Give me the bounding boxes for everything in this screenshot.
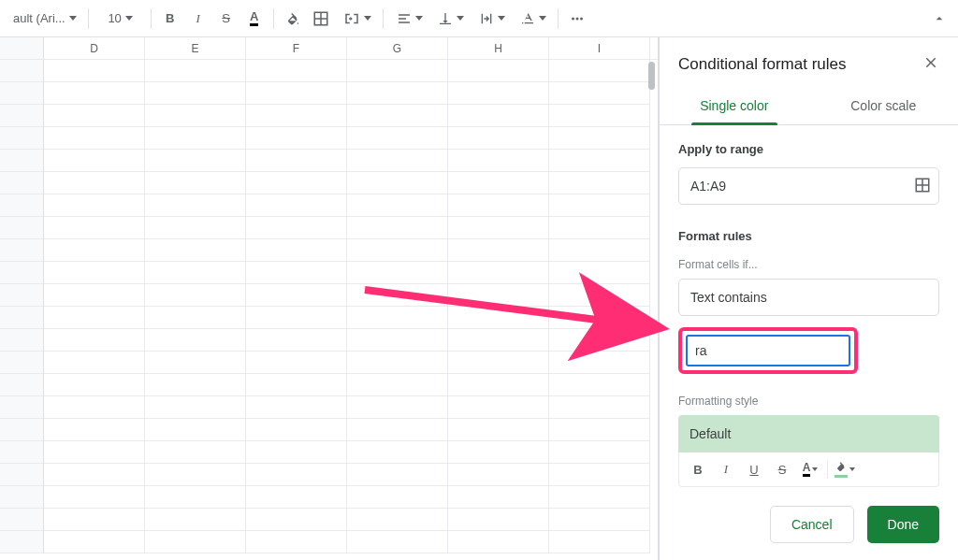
cell[interactable] [549,172,650,194]
cell[interactable] [145,441,246,464]
cell[interactable] [44,172,145,194]
select-range-icon[interactable] [914,177,931,196]
cell[interactable] [246,194,347,217]
range-input[interactable]: A1:A9 [678,167,939,205]
cell[interactable] [145,419,246,441]
style-text-color-button[interactable]: A [797,456,823,482]
cell[interactable] [549,127,650,150]
cell[interactable] [246,464,347,486]
cell[interactable] [246,352,347,374]
cell[interactable] [145,464,246,486]
cell[interactable] [448,441,549,464]
cell[interactable] [549,441,650,464]
cell[interactable] [549,82,650,105]
cell[interactable] [44,464,145,486]
cell[interactable] [44,60,145,82]
cell[interactable] [246,60,347,82]
cell[interactable] [145,352,246,374]
row-header[interactable] [0,307,44,329]
cell[interactable] [347,150,448,172]
cell[interactable] [44,239,145,262]
cell[interactable] [145,60,246,82]
style-fill-color-button[interactable] [832,456,858,482]
cell[interactable] [246,486,347,509]
font-size-dropdown[interactable]: 10 [94,6,145,32]
column-header[interactable]: E [145,37,246,59]
cell[interactable] [44,82,145,105]
row-header[interactable] [0,531,44,553]
cell[interactable] [246,419,347,441]
merge-cells-button[interactable] [336,6,377,32]
cell[interactable] [347,329,448,352]
cell[interactable] [246,307,347,329]
column-header[interactable]: G [347,37,448,59]
cell[interactable] [549,352,650,374]
cell[interactable] [347,127,448,150]
cell[interactable] [145,486,246,509]
cell[interactable] [44,441,145,464]
cell[interactable] [44,217,145,239]
cell[interactable] [448,194,549,217]
row-header[interactable] [0,329,44,352]
cell[interactable] [549,60,650,82]
done-button[interactable]: Done [867,506,939,543]
condition-value-input[interactable] [686,335,850,366]
row-header[interactable] [0,464,44,486]
cell[interactable] [44,284,145,307]
cell[interactable] [44,127,145,150]
cell[interactable] [549,105,650,127]
column-header[interactable]: I [549,37,650,59]
style-underline-button[interactable]: U [741,456,767,482]
cell[interactable] [347,194,448,217]
cell[interactable] [347,217,448,239]
cell[interactable] [145,284,246,307]
style-italic-button[interactable]: I [713,456,739,482]
cell[interactable] [246,509,347,531]
cell[interactable] [347,60,448,82]
cell[interactable] [246,531,347,553]
cell[interactable] [448,60,549,82]
cell[interactable] [347,531,448,553]
cell[interactable] [246,82,347,105]
cell[interactable] [549,486,650,509]
cell[interactable] [448,419,549,441]
vertical-align-button[interactable] [430,6,470,32]
cell[interactable] [448,239,549,262]
vertical-scrollbar-thumb[interactable] [648,62,655,90]
cell[interactable] [246,127,347,150]
cell[interactable] [145,509,246,531]
text-color-button[interactable]: A [241,6,268,32]
cell[interactable] [145,262,246,284]
cell[interactable] [347,172,448,194]
cell[interactable] [44,194,145,217]
row-header[interactable] [0,509,44,531]
row-header[interactable] [0,82,44,105]
cell[interactable] [549,374,650,396]
toolbar-more-button[interactable] [564,6,590,32]
cell[interactable] [246,239,347,262]
cell[interactable] [145,374,246,396]
cell[interactable] [347,284,448,307]
cell[interactable] [448,464,549,486]
row-header[interactable] [0,396,44,419]
style-preview[interactable]: Default [678,415,939,452]
cell[interactable] [549,464,650,486]
cell[interactable] [347,352,448,374]
strikethrough-button[interactable]: S [213,6,240,32]
cell[interactable] [347,239,448,262]
spreadsheet-grid[interactable]: D E F G H I [0,37,659,560]
cell[interactable] [448,105,549,127]
cell[interactable] [549,307,650,329]
row-header[interactable] [0,60,44,82]
cell[interactable] [549,217,650,239]
cell[interactable] [44,509,145,531]
close-button[interactable] [922,54,939,74]
row-header[interactable] [0,172,44,194]
cell[interactable] [448,127,549,150]
cell[interactable] [448,307,549,329]
cell[interactable] [347,374,448,396]
row-header[interactable] [0,374,44,396]
bold-button[interactable]: B [157,6,183,32]
cell[interactable] [246,396,347,419]
cell[interactable] [246,374,347,396]
